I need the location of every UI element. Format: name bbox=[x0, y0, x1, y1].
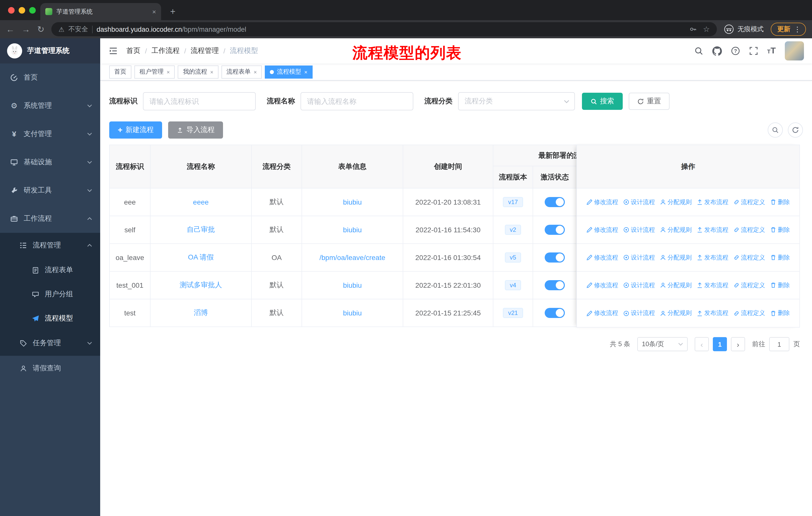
active-toggle[interactable] bbox=[545, 225, 565, 235]
action-delete-link[interactable]: 删除 bbox=[770, 225, 790, 234]
sidebar-item-workflow[interactable]: 工作流程 bbox=[0, 205, 100, 233]
action-modify-link[interactable]: 修改流程 bbox=[586, 225, 618, 234]
action-publish-link[interactable]: 发布流程 bbox=[697, 309, 728, 318]
active-toggle[interactable] bbox=[545, 280, 565, 290]
form-info-link[interactable]: biubiu bbox=[343, 198, 362, 206]
user-avatar[interactable] bbox=[785, 41, 804, 60]
tab-close-icon[interactable]: × bbox=[152, 8, 156, 16]
active-toggle[interactable] bbox=[545, 308, 565, 318]
action-definition-link[interactable]: 流程定义 bbox=[733, 281, 765, 290]
action-assign-link[interactable]: 分配规则 bbox=[660, 225, 692, 234]
action-assign-link[interactable]: 分配规则 bbox=[660, 253, 692, 262]
current-page-button[interactable]: 1 bbox=[713, 337, 727, 351]
sidebar-item-infra[interactable]: 基础设施 bbox=[0, 148, 100, 176]
action-modify-link[interactable]: 修改流程 bbox=[586, 309, 618, 318]
tag-my-process[interactable]: 我的流程 × bbox=[178, 65, 219, 78]
process-name-link[interactable]: OA 请假 bbox=[188, 253, 214, 261]
browser-tab[interactable]: 芋道管理系统 × bbox=[40, 3, 161, 20]
tag-close-icon[interactable]: × bbox=[254, 69, 257, 75]
font-size-icon[interactable]: TT bbox=[767, 46, 776, 56]
breadcrumb-workflow[interactable]: 工作流程 bbox=[151, 46, 180, 55]
action-modify-link[interactable]: 修改流程 bbox=[586, 198, 618, 206]
reset-button[interactable]: 重置 bbox=[629, 93, 670, 110]
create-process-button[interactable]: + 新建流程 bbox=[109, 121, 162, 139]
toggle-search-button[interactable] bbox=[768, 123, 783, 138]
active-toggle[interactable] bbox=[545, 252, 565, 263]
new-tab-button[interactable]: + bbox=[170, 7, 175, 16]
action-definition-link[interactable]: 流程定义 bbox=[733, 198, 765, 206]
menu-kebab-icon[interactable]: ⋮ bbox=[794, 25, 801, 33]
goto-page-input[interactable] bbox=[769, 337, 789, 351]
close-window-button[interactable] bbox=[8, 7, 14, 13]
import-process-button[interactable]: 导入流程 bbox=[168, 121, 223, 139]
category-select[interactable]: 流程分类 bbox=[458, 92, 575, 110]
action-assign-link[interactable]: 分配规则 bbox=[660, 281, 692, 290]
sidebar-item-user-group[interactable]: 用户分组 bbox=[0, 282, 100, 306]
process-name-link[interactable]: 自己审批 bbox=[187, 225, 215, 233]
forward-icon[interactable]: → bbox=[22, 25, 30, 33]
process-name-input[interactable] bbox=[300, 92, 413, 110]
action-design-link[interactable]: 设计流程 bbox=[623, 198, 655, 206]
hamburger-icon[interactable] bbox=[108, 46, 118, 56]
page-size-select[interactable]: 10条/页 bbox=[637, 337, 688, 351]
back-icon[interactable]: ← bbox=[6, 25, 14, 33]
password-key-icon[interactable] bbox=[689, 25, 697, 33]
tag-home[interactable]: 首页 bbox=[109, 65, 132, 78]
tag-process-model[interactable]: 流程模型 × bbox=[265, 65, 313, 78]
action-modify-link[interactable]: 修改流程 bbox=[586, 253, 618, 262]
action-delete-link[interactable]: 删除 bbox=[770, 309, 790, 318]
sidebar-item-process-form[interactable]: 流程表单 bbox=[0, 258, 100, 282]
form-info-link[interactable]: biubiu bbox=[343, 281, 362, 289]
sidebar-item-leave-query[interactable]: 请假查询 bbox=[0, 356, 100, 381]
tag-tenant[interactable]: 租户管理 × bbox=[135, 65, 175, 78]
reload-icon[interactable]: ↻ bbox=[37, 25, 45, 33]
action-definition-link[interactable]: 流程定义 bbox=[733, 225, 765, 234]
process-name-link[interactable]: 滔博 bbox=[194, 308, 208, 317]
bookmark-star-icon[interactable]: ☆ bbox=[703, 25, 710, 34]
action-delete-link[interactable]: 删除 bbox=[770, 198, 790, 206]
sidebar-item-system[interactable]: ⚙ 系统管理 bbox=[0, 92, 100, 120]
sidebar-item-home[interactable]: 首页 bbox=[0, 63, 100, 92]
prev-page-button[interactable]: ‹ bbox=[695, 337, 709, 351]
fullscreen-icon[interactable] bbox=[749, 46, 758, 55]
action-publish-link[interactable]: 发布流程 bbox=[697, 281, 728, 290]
process-name-link[interactable]: eeee bbox=[193, 198, 209, 206]
process-name-link[interactable]: 测试多审批人 bbox=[180, 281, 222, 289]
minimize-window-button[interactable] bbox=[19, 7, 25, 13]
action-design-link[interactable]: 设计流程 bbox=[623, 253, 655, 262]
tag-process-form[interactable]: 流程表单 × bbox=[222, 65, 262, 78]
sidebar-item-task-mgmt[interactable]: 任务管理 bbox=[0, 331, 100, 356]
process-key-input[interactable] bbox=[143, 92, 256, 110]
action-design-link[interactable]: 设计流程 bbox=[623, 281, 655, 290]
next-page-button[interactable]: › bbox=[731, 337, 745, 351]
sidebar-item-devtools[interactable]: 研发工具 bbox=[0, 176, 100, 205]
sidebar-item-process-model[interactable]: 流程模型 bbox=[0, 306, 100, 331]
search-button[interactable]: 搜索 bbox=[582, 93, 623, 110]
action-definition-link[interactable]: 流程定义 bbox=[733, 253, 765, 262]
breadcrumb-process-mgmt[interactable]: 流程管理 bbox=[191, 46, 219, 55]
action-publish-link[interactable]: 发布流程 bbox=[697, 225, 728, 234]
sidebar-item-payment[interactable]: ¥ 支付管理 bbox=[0, 120, 100, 148]
refresh-table-button[interactable] bbox=[788, 123, 803, 138]
tag-close-icon[interactable]: × bbox=[304, 69, 308, 75]
action-definition-link[interactable]: 流程定义 bbox=[733, 309, 765, 318]
help-icon[interactable]: ? bbox=[731, 46, 740, 55]
action-assign-link[interactable]: 分配规则 bbox=[660, 309, 692, 318]
address-bar[interactable]: ⚠ 不安全 dashboard.yudao.iocoder.cn/bpm/man… bbox=[52, 22, 717, 36]
form-info-link[interactable]: /bpm/oa/leave/create bbox=[319, 253, 385, 262]
active-toggle[interactable] bbox=[545, 197, 565, 207]
zoom-window-button[interactable] bbox=[29, 7, 36, 13]
action-assign-link[interactable]: 分配规则 bbox=[660, 198, 692, 206]
search-icon[interactable] bbox=[694, 46, 703, 55]
form-info-link[interactable]: biubiu bbox=[343, 226, 362, 234]
tag-close-icon[interactable]: × bbox=[167, 69, 170, 75]
breadcrumb-home[interactable]: 首页 bbox=[126, 46, 141, 55]
action-design-link[interactable]: 设计流程 bbox=[623, 225, 655, 234]
action-publish-link[interactable]: 发布流程 bbox=[697, 253, 728, 262]
sidebar-item-process-mgmt[interactable]: 流程管理 bbox=[0, 233, 100, 258]
action-delete-link[interactable]: 删除 bbox=[770, 281, 790, 290]
action-modify-link[interactable]: 修改流程 bbox=[586, 281, 618, 290]
action-publish-link[interactable]: 发布流程 bbox=[697, 198, 728, 206]
action-delete-link[interactable]: 删除 bbox=[770, 253, 790, 262]
chrome-update-button[interactable]: 更新 ⋮ bbox=[771, 23, 806, 36]
